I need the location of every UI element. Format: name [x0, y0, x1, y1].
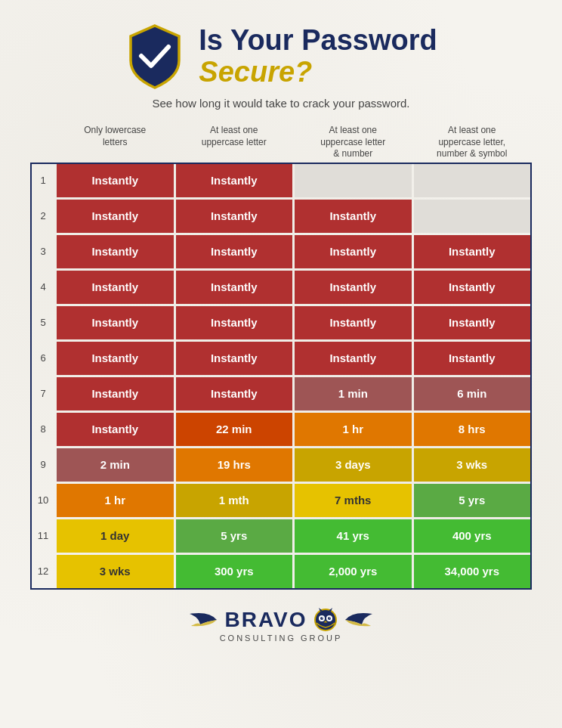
cell-row5-col4: Instantly — [414, 306, 531, 339]
table-row: 3InstantlyInstantlyInstantlyInstantly — [32, 235, 530, 268]
title-line2: Secure? — [199, 57, 437, 88]
col-header-0 — [32, 125, 54, 160]
row-number: 9 — [32, 448, 54, 482]
svg-point-5 — [320, 617, 323, 620]
row-number: 2 — [32, 200, 54, 233]
cell-row7-col3: 1 min — [295, 377, 412, 410]
cell-row9-col3: 3 days — [295, 448, 412, 482]
row-number: 8 — [32, 413, 54, 446]
table-row: 7InstantlyInstantly1 min6 min — [32, 377, 530, 410]
cell-row12-col3: 2,000 yrs — [295, 555, 412, 588]
cell-row6-col4: Instantly — [414, 342, 531, 375]
cell-row5-col2: Instantly — [176, 306, 293, 339]
cell-row12-col4: 34,000 yrs — [414, 555, 531, 588]
row-number: 12 — [32, 555, 54, 588]
header: Is Your Password Secure? — [30, 23, 532, 91]
cell-row9-col1: 2 min — [57, 448, 174, 482]
table-row: 4InstantlyInstantlyInstantlyInstantly — [32, 271, 530, 304]
cell-row10-col4: 5 yrs — [414, 484, 531, 517]
password-table: Only lowercaseletters At least oneupperc… — [30, 125, 532, 590]
brand-name: BRAVO — [224, 608, 307, 632]
cell-row9-col4: 3 wks — [414, 448, 531, 482]
cell-row3-col2: Instantly — [176, 235, 293, 268]
table-row: 2InstantlyInstantlyInstantly — [32, 200, 530, 233]
title-block: Is Your Password Secure? — [199, 25, 437, 88]
cell-row8-col2: 22 min — [176, 413, 293, 446]
table-row: 111 day5 yrs41 yrs400 yrs — [32, 519, 530, 553]
col-header-4: At least oneuppercase letter,number & sy… — [414, 125, 531, 160]
right-wing-icon — [344, 609, 374, 630]
cell-row10-col1: 1 hr — [57, 484, 174, 517]
cell-row4-col3: Instantly — [295, 271, 412, 304]
row-number: 4 — [32, 271, 54, 304]
footer: BRAVO — [188, 608, 373, 643]
cell-row11-col4: 400 yrs — [414, 519, 531, 553]
svg-point-6 — [328, 617, 331, 620]
cell-row4-col4: Instantly — [414, 271, 531, 304]
cell-row3-col4: Instantly — [414, 235, 531, 268]
cell-row6-col2: Instantly — [176, 342, 293, 375]
data-table: 1InstantlyInstantly2InstantlyInstantlyIn… — [30, 163, 532, 590]
cell-row6-col3: Instantly — [295, 342, 412, 375]
cell-row2-col4 — [414, 200, 531, 233]
cell-row8-col4: 8 hrs — [414, 413, 531, 446]
bravo-logo: BRAVO — [188, 608, 373, 632]
cell-row11-col2: 5 yrs — [176, 519, 293, 553]
table-row: 101 hr1 mth7 mths5 yrs — [32, 484, 530, 517]
subtitle: See how long it would take to crack your… — [152, 97, 409, 110]
cell-row2-col3: Instantly — [295, 200, 412, 233]
cell-row8-col1: Instantly — [57, 413, 174, 446]
column-headers: Only lowercaseletters At least oneupperc… — [30, 125, 532, 160]
svg-point-8 — [329, 617, 330, 618]
table-row: 8Instantly22 min1 hr8 hrs — [32, 413, 530, 446]
svg-point-7 — [322, 617, 323, 618]
cell-row9-col2: 19 hrs — [176, 448, 293, 482]
col-header-1: Only lowercaseletters — [57, 125, 174, 160]
cell-row7-col1: Instantly — [57, 377, 174, 410]
cell-row8-col3: 1 hr — [295, 413, 412, 446]
table-row: 1InstantlyInstantly — [32, 164, 530, 197]
row-number: 5 — [32, 306, 54, 339]
col-header-3: At least oneuppercase letter& number — [295, 125, 412, 160]
row-number: 6 — [32, 342, 54, 375]
col-header-2: At least oneuppercase letter — [176, 125, 293, 160]
cell-row4-col2: Instantly — [176, 271, 293, 304]
cell-row7-col4: 6 min — [414, 377, 531, 410]
row-number: 10 — [32, 484, 54, 517]
cell-row4-col1: Instantly — [57, 271, 174, 304]
cell-row1-col2: Instantly — [176, 164, 293, 197]
row-number: 1 — [32, 164, 54, 197]
cell-row3-col1: Instantly — [57, 235, 174, 268]
owl-icon — [313, 608, 338, 632]
cell-row3-col3: Instantly — [295, 235, 412, 268]
cell-row6-col1: Instantly — [57, 342, 174, 375]
cell-row10-col3: 7 mths — [295, 484, 412, 517]
cell-row12-col1: 3 wks — [57, 555, 174, 588]
row-number: 3 — [32, 235, 54, 268]
table-row: 123 wks300 yrs2,000 yrs34,000 yrs — [32, 555, 530, 588]
cell-row1-col1: Instantly — [57, 164, 174, 197]
table-row: 5InstantlyInstantlyInstantlyInstantly — [32, 306, 530, 339]
cell-row11-col3: 41 yrs — [295, 519, 412, 553]
table-row: 6InstantlyInstantlyInstantlyInstantly — [32, 342, 530, 375]
left-wing-icon — [188, 609, 218, 630]
cell-row7-col2: Instantly — [176, 377, 293, 410]
cell-row5-col3: Instantly — [295, 306, 412, 339]
cell-row1-col4 — [414, 164, 531, 197]
cell-row2-col2: Instantly — [176, 200, 293, 233]
cell-row11-col1: 1 day — [57, 519, 174, 553]
row-number: 7 — [32, 377, 54, 410]
consulting-text: CONSULTING GROUP — [220, 634, 343, 643]
cell-row12-col2: 300 yrs — [176, 555, 293, 588]
cell-row10-col2: 1 mth — [176, 484, 293, 517]
title-line1: Is Your Password — [199, 25, 437, 57]
cell-row1-col3 — [295, 164, 412, 197]
row-number: 11 — [32, 519, 54, 553]
shield-icon — [125, 23, 185, 91]
cell-row2-col1: Instantly — [57, 200, 174, 233]
cell-row5-col1: Instantly — [57, 306, 174, 339]
table-row: 92 min19 hrs3 days3 wks — [32, 448, 530, 482]
